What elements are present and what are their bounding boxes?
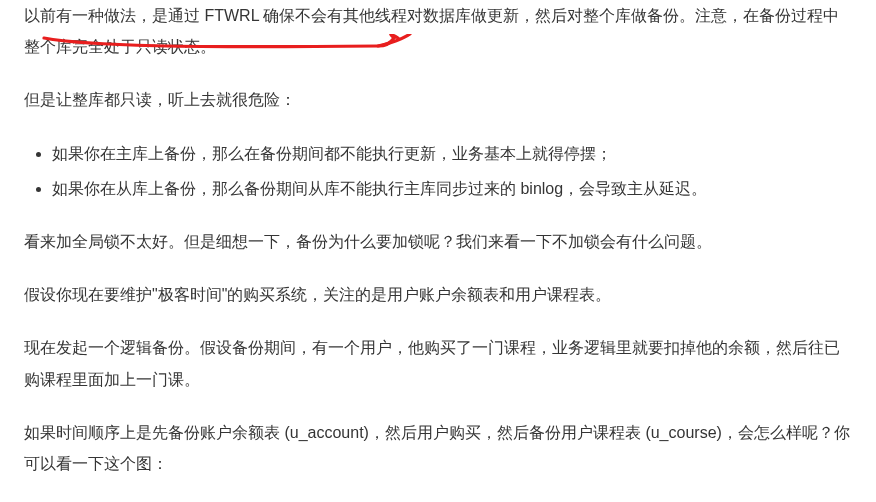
- paragraph-1: 以前有一种做法，是通过 FTWRL 确保不会有其他线程对数据库做更新，然后对整个…: [24, 0, 852, 62]
- paragraph-1-wrapper: 以前有一种做法，是通过 FTWRL 确保不会有其他线程对数据库做更新，然后对整个…: [24, 0, 852, 62]
- paragraph-6: 如果时间顺序上是先备份账户余额表 (u_account)，然后用户购买，然后备份…: [24, 417, 852, 479]
- document-body: 以前有一种做法，是通过 FTWRL 确保不会有其他线程对数据库做更新，然后对整个…: [0, 0, 876, 491]
- list-item: 如果你在主库上备份，那么在备份期间都不能执行更新，业务基本上就得停摆；: [52, 138, 852, 169]
- list-item: 如果你在从库上备份，那么备份期间从库不能执行主库同步过来的 binlog，会导致…: [52, 173, 852, 204]
- paragraph-4: 假设你现在要维护"极客时间"的购买系统，关注的是用户账户余额表和用户课程表。: [24, 279, 852, 310]
- paragraph-5: 现在发起一个逻辑备份。假设备份期间，有一个用户，他购买了一门课程，业务逻辑里就要…: [24, 332, 852, 394]
- paragraph-3: 看来加全局锁不太好。但是细想一下，备份为什么要加锁呢？我们来看一下不加锁会有什么…: [24, 226, 852, 257]
- paragraph-2: 但是让整库都只读，听上去就很危险：: [24, 84, 852, 115]
- bullet-list: 如果你在主库上备份，那么在备份期间都不能执行更新，业务基本上就得停摆； 如果你在…: [24, 138, 852, 204]
